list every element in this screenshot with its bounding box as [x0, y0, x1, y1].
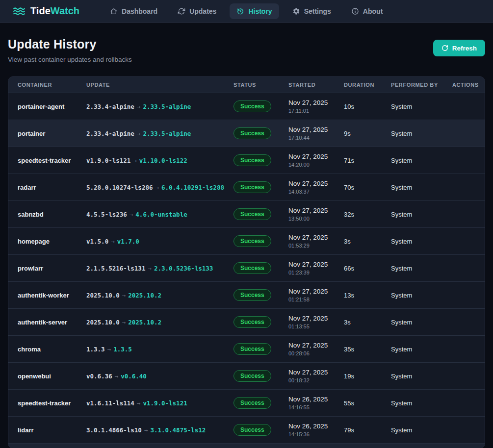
performed-by-cell: System — [391, 292, 452, 299]
arrow-right-icon: → — [130, 211, 133, 218]
old-version: v1.6.11-ls114 — [86, 399, 134, 407]
table-row[interactable]: lidarr 3.0.1.4866-ls10→3.1.0.4875-ls12 S… — [8, 416, 485, 443]
table-row[interactable]: homepage v1.5.0→v1.7.0 Success Nov 27, 2… — [8, 227, 485, 254]
update-cell: 2025.10.0→2025.10.2 — [86, 292, 234, 299]
main-content: Update History View past container updat… — [0, 23, 493, 448]
status-badge: Success — [234, 370, 271, 382]
status-cell: Success — [234, 208, 288, 220]
nav-item-about[interactable]: About — [344, 3, 389, 19]
nav-item-history[interactable]: History — [230, 3, 279, 19]
refresh-button[interactable]: Refresh — [433, 40, 485, 56]
duration-cell: 70s — [344, 184, 391, 191]
nav-item-settings[interactable]: Settings — [285, 3, 338, 19]
performed-by-cell: System — [391, 157, 452, 164]
update-cell: v0.6.36→v0.6.40 — [86, 373, 234, 380]
started-time: 01:21:58 — [288, 297, 344, 302]
container-name: speedtest-tracker — [18, 399, 86, 407]
duration-cell: 19s — [344, 373, 391, 380]
started-date: Nov 27, 2025 — [288, 207, 344, 214]
performed-by-cell: System — [391, 103, 452, 110]
container-name: portainer — [18, 130, 86, 137]
started-time: 00:28:06 — [288, 350, 344, 356]
nav-label: About — [363, 7, 383, 15]
table-row[interactable]: chroma 1.3.3→1.3.5 Success Nov 27, 2025 … — [8, 335, 485, 362]
started-time: 17:10:44 — [288, 135, 344, 141]
nav-label: Dashboard — [122, 7, 157, 15]
old-version: 2.33.4-alpine — [86, 130, 134, 137]
refresh-icon — [178, 7, 185, 15]
status-cell: Success — [234, 370, 288, 382]
new-version: 6.0.4.10291-ls288 — [161, 184, 224, 191]
new-version: 2.3.0.5236-ls133 — [154, 265, 213, 272]
nav-item-dashboard[interactable]: Dashboard — [103, 3, 164, 19]
status-badge: Success — [234, 397, 271, 409]
home-icon — [110, 7, 118, 15]
table-row[interactable]: openwebui v0.6.36→v0.6.40 Success Nov 27… — [8, 362, 485, 389]
container-name: lidarr — [18, 426, 86, 434]
table-header: CONTAINER UPDATE STATUS STARTED DURATION… — [8, 77, 485, 93]
container-name: prowlarr — [18, 265, 86, 272]
status-cell: Success — [234, 154, 288, 166]
status-badge: Success — [234, 343, 271, 355]
table-row[interactable]: portainer-agent 2.33.4-alpine→2.33.5-alp… — [8, 93, 485, 120]
refresh-label: Refresh — [452, 45, 477, 52]
info-icon — [351, 7, 359, 15]
new-version: 3.1.0.4875-ls12 — [150, 426, 206, 434]
started-cell: Nov 27, 2025 01:13:55 — [288, 315, 344, 329]
performed-by-cell: System — [391, 346, 452, 353]
nav-label: Updates — [189, 7, 216, 15]
arrow-right-icon: → — [137, 399, 141, 407]
old-version: 1.3.3 — [86, 346, 105, 353]
table-row[interactable]: radarr 5.28.0.10274-ls286→6.0.4.10291-ls… — [8, 174, 485, 200]
performed-by-cell: System — [391, 238, 452, 245]
started-time: 14:03:37 — [288, 189, 344, 195]
arrow-right-icon: → — [148, 265, 152, 272]
column-header-container: CONTAINER — [18, 82, 86, 88]
started-cell: Nov 27, 2025 14:03:37 — [288, 180, 344, 195]
column-header-duration: DURATION — [344, 82, 391, 88]
started-date: Nov 27, 2025 — [288, 288, 344, 295]
column-header-started: STARTED — [288, 82, 344, 88]
status-cell: Success — [234, 100, 288, 112]
status-badge: Success — [234, 208, 271, 220]
brand[interactable]: TideWatch — [13, 5, 79, 18]
table-row[interactable]: authentik-server 2025.10.0→2025.10.2 Suc… — [8, 308, 485, 335]
table-body: portainer-agent 2.33.4-alpine→2.33.5-alp… — [8, 93, 485, 443]
duration-cell: 79s — [344, 426, 391, 434]
started-cell: Nov 27, 2025 00:28:06 — [288, 342, 344, 356]
container-name: radarr — [18, 184, 86, 191]
status-cell: Success — [234, 289, 288, 301]
new-version: 1.3.5 — [113, 346, 132, 353]
table-row[interactable]: portainer 2.33.4-alpine→2.33.5-alpine Su… — [8, 120, 485, 147]
duration-cell: 13s — [344, 292, 391, 299]
container-name: homepage — [18, 238, 86, 245]
started-cell: Nov 27, 2025 01:23:39 — [288, 261, 344, 275]
performed-by-cell: System — [391, 399, 452, 407]
page-title: Update History — [8, 37, 132, 51]
status-badge: Success — [234, 424, 271, 436]
waves-icon — [13, 5, 26, 18]
started-date: Nov 26, 2025 — [288, 396, 344, 403]
table-row[interactable]: speedtest-tracker v1.6.11-ls114→v1.9.0-l… — [8, 389, 485, 416]
nav-item-updates[interactable]: Updates — [171, 3, 223, 19]
duration-cell: 35s — [344, 346, 391, 353]
old-version: 5.28.0.10274-ls286 — [86, 184, 153, 191]
partial-row — [8, 443, 485, 448]
status-cell: Success — [234, 397, 288, 409]
started-cell: Nov 27, 2025 01:53:29 — [288, 234, 344, 249]
container-name: speedtest-tracker — [18, 157, 86, 164]
arrow-right-icon: → — [137, 130, 141, 137]
table-row[interactable]: sabnzbd 4.5.5-ls236→4.6.0-unstable Succe… — [8, 200, 485, 227]
performed-by-cell: System — [391, 426, 452, 434]
started-time: 01:53:29 — [288, 243, 344, 249]
arrow-right-icon: → — [137, 103, 141, 110]
duration-cell: 10s — [344, 103, 391, 110]
table-row[interactable]: speedtest-tracker v1.9.0-ls121→v1.10.0-l… — [8, 147, 485, 174]
container-name: sabnzbd — [18, 211, 86, 218]
status-badge: Success — [234, 289, 271, 301]
status-badge: Success — [234, 181, 271, 193]
column-header-update: UPDATE — [86, 82, 234, 88]
table-row[interactable]: prowlarr 2.1.5.5216-ls131→2.3.0.5236-ls1… — [8, 254, 485, 281]
arrow-right-icon: → — [107, 346, 111, 353]
table-row[interactable]: authentik-worker 2025.10.0→2025.10.2 Suc… — [8, 281, 485, 308]
